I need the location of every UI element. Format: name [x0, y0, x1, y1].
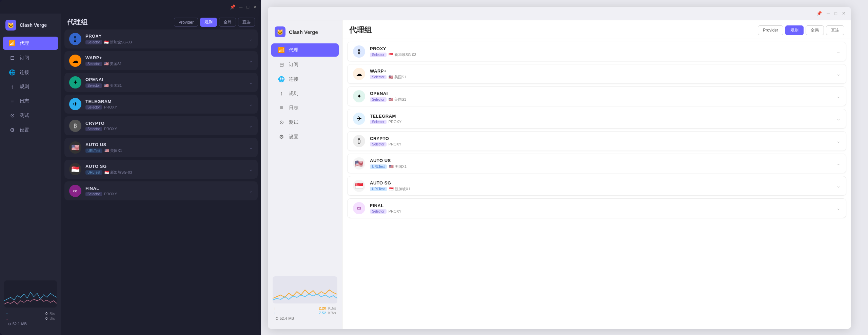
upload-stat-light: ↑ 2.20 KB/s: [274, 306, 336, 310]
proxy-item-crypto-light[interactable]: ₿ CRYPTO Selector PROXY ⌄: [347, 131, 846, 151]
sidebar-label-test-light: 测试: [289, 119, 298, 125]
proxy-meta-telegram-light: Selector PROXY: [370, 120, 832, 124]
proxy-item-openai-dark[interactable]: ✦ OPENAI Selector 🇺🇸 美国S1 ⌄: [64, 73, 258, 92]
proxy-sub-openai-light: 🇺🇸 美国S1: [389, 97, 407, 102]
brand-name-light: Clash Verge: [289, 29, 318, 35]
sidebar-item-settings-dark[interactable]: ⚙ 设置: [3, 123, 58, 137]
sidebar-item-test-dark[interactable]: ⊙ 测试: [3, 109, 58, 122]
rules-icon-light: ↕: [278, 91, 285, 97]
proxy-item-proxy-dark[interactable]: ⟫ PROXY Selector 🇸🇬 新加坡SG-03 ⌄: [64, 29, 258, 48]
sidebar-item-log-light[interactable]: ≡ 日志: [271, 101, 339, 114]
proxy-item-proxy-light[interactable]: ⟫ PROXY Selector 🇸🇬 新加坡SG-03 ⌄: [347, 42, 846, 61]
proxy-meta-warp-dark: Selector 🇺🇸 美国S1: [85, 61, 245, 66]
proxy-info-warp-light: WARP+ Selector 🇺🇸 美国S1: [370, 68, 832, 80]
proxy-item-autosg-dark[interactable]: 🇸🇬 AUTO SG URLTest 🇸🇬 新加坡SG-03 ⌄: [64, 160, 258, 179]
tag-selector-proxy-dark: Selector: [85, 40, 102, 44]
proxy-item-warp-light[interactable]: ☁ WARP+ Selector 🇺🇸 美国S1 ⌄: [347, 64, 846, 84]
sidebar-footer-dark: ↑ 0 B/s ↓ 0 B/s ⊙ 52.1 MB: [0, 277, 61, 332]
disk-stat-light: ⊙ 52.4 MB: [274, 316, 336, 321]
sidebar-item-connect-dark[interactable]: 🌐 连接: [3, 66, 58, 79]
proxy-meta-openai-light: Selector 🇺🇸 美国S1: [370, 97, 832, 102]
direct-button-light[interactable]: 直连: [826, 25, 844, 35]
sidebar-item-connect-light[interactable]: 🌐 连接: [271, 73, 339, 86]
chevron-warp-dark: ⌄: [249, 58, 253, 63]
provider-button-light[interactable]: Provider: [758, 25, 783, 35]
rules-button-dark[interactable]: 规则: [200, 18, 217, 27]
disk-val-dark: 52.1: [13, 322, 20, 326]
proxy-icon-warp-dark: ☁: [69, 55, 81, 67]
minimize-button-light[interactable]: ─: [827, 11, 830, 16]
close-button-light[interactable]: ✕: [842, 11, 846, 16]
provider-button-dark[interactable]: Provider: [174, 18, 198, 27]
chevron-final-light: ⌄: [836, 205, 841, 211]
proxy-item-openai-light[interactable]: ✦ OPENAI Selector 🇺🇸 美国S1 ⌄: [347, 86, 846, 106]
chevron-proxy-dark: ⌄: [249, 36, 253, 42]
logo-light: 🐱: [275, 26, 285, 37]
global-button-dark[interactable]: 全局: [219, 18, 236, 27]
proxy-item-telegram-light[interactable]: ✈ TELEGRAM Selector PROXY ⌄: [347, 109, 846, 129]
proxy-item-final-light[interactable]: ∞ FINAL Selector PROXY ⌄: [347, 198, 846, 218]
download-stat-light: ↓ 7.52 KB/s: [274, 311, 336, 315]
connect-icon-light: 🌐: [278, 76, 285, 82]
proxy-item-autosg-light[interactable]: 🇸🇬 AUTO SG URLTest 🇸🇬 新加坡X1 ⌄: [347, 176, 846, 196]
proxy-icon-light: 📶: [278, 47, 285, 53]
download-arrow-light: ↓: [274, 311, 276, 315]
sidebar-item-rules-light[interactable]: ↕ 规则: [271, 87, 339, 100]
proxy-info-final-light: FINAL Selector PROXY: [370, 203, 832, 214]
proxy-item-warp-dark[interactable]: ☁ WARP+ Selector 🇺🇸 美国S1 ⌄: [64, 51, 258, 70]
proxy-icon-openai-light: ✦: [353, 90, 365, 102]
chevron-crypto-dark: ⌄: [249, 123, 253, 129]
tag-selector-warp-light: Selector: [370, 75, 387, 79]
close-button-dark[interactable]: ✕: [253, 4, 257, 9]
light-window-wrapper: 📌 ─ □ ✕ 🐱 Clash Verge 📶 代理 ⊟ 订阅 🌐 连接: [261, 0, 868, 335]
download-unit-light: KB/s: [328, 311, 336, 315]
proxy-item-final-dark[interactable]: ∞ FINAL Selector PROXY ⌄: [64, 181, 258, 200]
sidebar-label-log-dark: 日志: [20, 98, 29, 104]
sidebar-item-subscribe-light[interactable]: ⊟ 订阅: [271, 58, 339, 71]
proxy-name-autous-light: AUTO US: [370, 158, 832, 163]
proxy-item-autous-light[interactable]: 🇺🇸 AUTO US URLTest 🇺🇸 美国X1 ⌄: [347, 154, 846, 173]
proxy-name-openai-light: OPENAI: [370, 91, 832, 96]
main-header-dark: 代理组 Provider 规则 全局 直连: [61, 14, 261, 29]
proxy-item-telegram-dark[interactable]: ✈ TELEGRAM Selector PROXY ⌄: [64, 95, 258, 114]
global-button-light[interactable]: 全局: [806, 25, 824, 35]
sidebar-item-settings-light[interactable]: ⚙ 设置: [271, 130, 339, 143]
proxy-item-autous-dark[interactable]: 🇺🇸 AUTO US URLTest 🇺🇸 美国X1 ⌄: [64, 138, 258, 157]
proxy-meta-autosg-light: URLTest 🇸🇬 新加坡X1: [370, 186, 832, 192]
header-buttons-light: Provider 规则 全局 直连: [758, 25, 844, 35]
sidebar-item-test-light[interactable]: ⊙ 测试: [271, 116, 339, 129]
sidebar-item-proxy-dark[interactable]: 📶 代理: [3, 37, 58, 50]
sidebar-footer-light: ↑ 2.20 KB/s ↓ 7.52 KB/s ⊙ 52.4 MB: [268, 273, 342, 326]
rules-button-light[interactable]: 规则: [785, 25, 804, 35]
sidebar-label-settings-dark: 设置: [20, 127, 29, 133]
maximize-button-dark[interactable]: □: [246, 4, 249, 9]
sidebar-item-subscribe-dark[interactable]: ⊟ 订阅: [3, 51, 58, 64]
maximize-button-light[interactable]: □: [834, 11, 837, 16]
titlebar-light: 📌 ─ □ ✕: [268, 7, 851, 20]
pin-button-light[interactable]: 📌: [816, 11, 822, 16]
sidebar-label-settings-light: 设置: [289, 134, 298, 140]
settings-icon-dark: ⚙: [9, 127, 16, 133]
chevron-openai-light: ⌄: [836, 94, 841, 99]
proxy-icon-crypto-dark: ₿: [69, 120, 81, 132]
proxy-name-final-dark: FINAL: [85, 186, 245, 191]
chevron-autous-light: ⌄: [836, 161, 841, 166]
sidebar-item-log-dark[interactable]: ≡ 日志: [3, 95, 58, 107]
proxy-meta-autosg-dark: URLTest 🇸🇬 新加坡SG-03: [85, 170, 245, 175]
chevron-telegram-light: ⌄: [836, 116, 841, 121]
dark-window: 📌 ─ □ ✕ 🐱 Clash Verge 📶 代理 ⊟ 订阅 🌐 连接: [0, 0, 261, 335]
proxy-item-crypto-dark[interactable]: ₿ CRYPTO Selector PROXY ⌄: [64, 116, 258, 135]
proxy-name-autosg-dark: AUTO SG: [85, 164, 245, 169]
proxy-list-light: ⟫ PROXY Selector 🇸🇬 新加坡SG-03 ⌄ ☁ WARP+: [342, 39, 851, 329]
proxy-info-openai-dark: OPENAI Selector 🇺🇸 美国S1: [85, 77, 245, 88]
disk-unit-dark: MB: [21, 322, 27, 326]
proxy-info-autosg-dark: AUTO SG URLTest 🇸🇬 新加坡SG-03: [85, 164, 245, 175]
sidebar-light: 🐱 Clash Verge 📶 代理 ⊟ 订阅 🌐 连接 ↕ 规则 ≡ 日志: [268, 20, 342, 329]
direct-button-dark[interactable]: 直连: [238, 18, 255, 27]
minimize-button-dark[interactable]: ─: [239, 4, 242, 9]
sidebar-item-rules-dark[interactable]: ↕ 规则: [3, 80, 58, 93]
test-icon-dark: ⊙: [9, 112, 16, 119]
sidebar-label-rules-dark: 规则: [20, 84, 29, 90]
tag-selector-warp-dark: Selector: [85, 62, 102, 66]
sidebar-item-proxy-light[interactable]: 📶 代理: [271, 43, 339, 57]
